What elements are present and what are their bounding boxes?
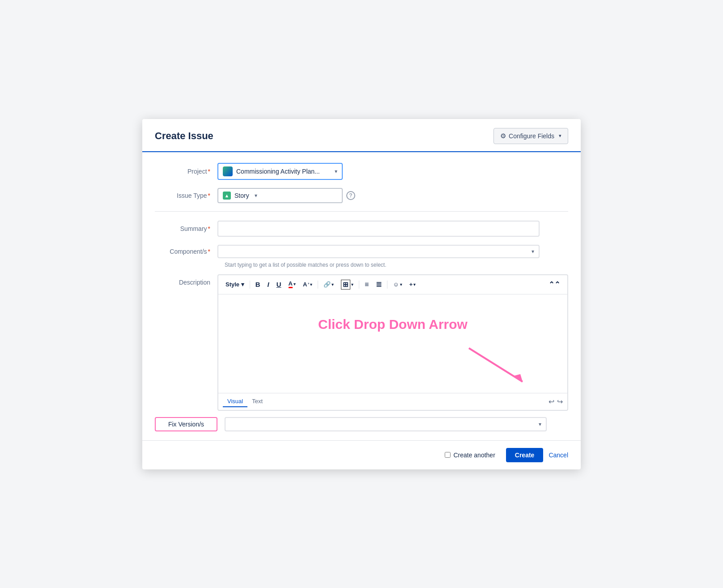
fix-version-row: Fix Version/s ▾ [155, 417, 568, 431]
editor-footer: Visual Text ↩ ↪ [218, 393, 567, 410]
create-another-checkbox[interactable] [445, 452, 451, 458]
required-star: * [208, 168, 210, 175]
collapse-button[interactable]: ⌃⌃ [546, 278, 563, 290]
components-control: ▾ [217, 245, 568, 258]
link-button[interactable]: 🔗▾ [321, 279, 336, 290]
story-icon: ▲ [223, 192, 231, 200]
summary-row: Summary* [155, 221, 568, 237]
project-select[interactable]: Commissioning Activity Plan... ▾ [217, 163, 343, 180]
chevron-down-icon: ▾ [559, 133, 561, 139]
unordered-list-button[interactable]: ≡ [362, 279, 371, 290]
modal-title: Create Issue [155, 130, 213, 142]
emoji-button[interactable]: ☺▾ [390, 279, 404, 290]
bold-button[interactable]: B [253, 279, 263, 290]
summary-input[interactable] [217, 221, 540, 237]
visual-tab[interactable]: Visual [223, 396, 247, 407]
help-icon[interactable]: ? [346, 191, 355, 200]
text-color-button[interactable]: A ▾ [286, 279, 298, 290]
undo-redo-group: ↩ ↪ [549, 397, 563, 406]
svg-line-0 [469, 348, 523, 382]
required-star-4: * [208, 248, 210, 255]
form-divider [155, 211, 568, 212]
create-issue-modal: Create Issue ⚙ Configure Fields ▾ Projec… [142, 119, 581, 469]
project-row: Project* Commissioning Activity Plan... … [155, 163, 568, 180]
more-button[interactable]: +▾ [407, 279, 419, 290]
create-button[interactable]: Create [506, 448, 544, 462]
description-editor: Style ▾ B I U A ▾ A² ▾ [217, 274, 568, 411]
modal-body: Project* Commissioning Activity Plan... … [142, 152, 581, 440]
toolbar-divider-2 [318, 281, 318, 289]
components-dropdown-arrow: ▾ [532, 248, 534, 255]
table-button[interactable]: ⊞ ▾ [338, 278, 356, 291]
description-row: Description Style ▾ B I U A ▾ A [155, 274, 568, 411]
project-label: Project* [155, 168, 217, 175]
issue-type-value: Story [234, 192, 249, 199]
redo-button[interactable]: ↪ [557, 397, 563, 406]
italic-button[interactable]: I [265, 279, 272, 290]
editor-body[interactable]: Click Drop Down Arrow [218, 294, 567, 393]
components-label: Component/s* [155, 248, 217, 255]
text-tab[interactable]: Text [247, 396, 267, 407]
ordered-list-button[interactable]: ≣ [373, 278, 384, 290]
project-icon [223, 166, 233, 176]
gear-icon: ⚙ [500, 132, 506, 140]
issue-type-row: Issue Type* ▲ Story ▾ ? [155, 188, 568, 203]
issue-type-label: Issue Type* [155, 192, 217, 199]
toolbar-divider-3 [359, 281, 359, 289]
editor-toolbar: Style ▾ B I U A ▾ A² ▾ [218, 275, 567, 294]
required-star-2: * [208, 192, 210, 199]
annotation-text: Click Drop Down Arrow [318, 317, 468, 332]
description-label: Description [155, 274, 217, 286]
components-hint: Start typing to get a list of possible m… [155, 262, 568, 268]
project-control: Commissioning Activity Plan... ▾ [217, 163, 568, 180]
issue-type-dropdown-arrow: ▾ [255, 192, 257, 199]
underline-button[interactable]: U [274, 279, 284, 290]
editor-tabs: Visual Text [223, 396, 267, 407]
issue-type-control: ▲ Story ▾ ? [217, 188, 568, 203]
cancel-button[interactable]: Cancel [549, 452, 568, 459]
issue-type-select[interactable]: ▲ Story ▾ [217, 188, 343, 203]
components-row: Component/s* ▾ [155, 245, 568, 258]
fix-version-select[interactable]: ▾ [225, 417, 547, 431]
configure-fields-label: Configure Fields [509, 132, 554, 140]
font-size-button[interactable]: A² ▾ [300, 279, 315, 290]
style-button[interactable]: Style ▾ [223, 279, 247, 290]
modal-header: Create Issue ⚙ Configure Fields ▾ [142, 119, 581, 152]
fix-version-dropdown-arrow: ▾ [539, 421, 541, 427]
svg-marker-1 [514, 374, 523, 382]
summary-control [217, 221, 568, 237]
create-another-label[interactable]: Create another [445, 452, 495, 459]
configure-fields-button[interactable]: ⚙ Configure Fields ▾ [493, 128, 568, 144]
project-dropdown-arrow: ▾ [335, 168, 337, 175]
toolbar-divider-1 [250, 281, 250, 289]
toolbar-divider-4 [387, 281, 387, 289]
required-star-3: * [208, 225, 210, 232]
project-name: Commissioning Activity Plan... [236, 168, 329, 175]
modal-footer: Create another Create Cancel [142, 440, 581, 469]
fix-version-label: Fix Version/s [155, 417, 217, 431]
annotation-arrow [460, 344, 540, 388]
summary-label: Summary* [155, 225, 217, 232]
undo-button[interactable]: ↩ [549, 397, 554, 406]
components-select[interactable]: ▾ [217, 245, 540, 258]
